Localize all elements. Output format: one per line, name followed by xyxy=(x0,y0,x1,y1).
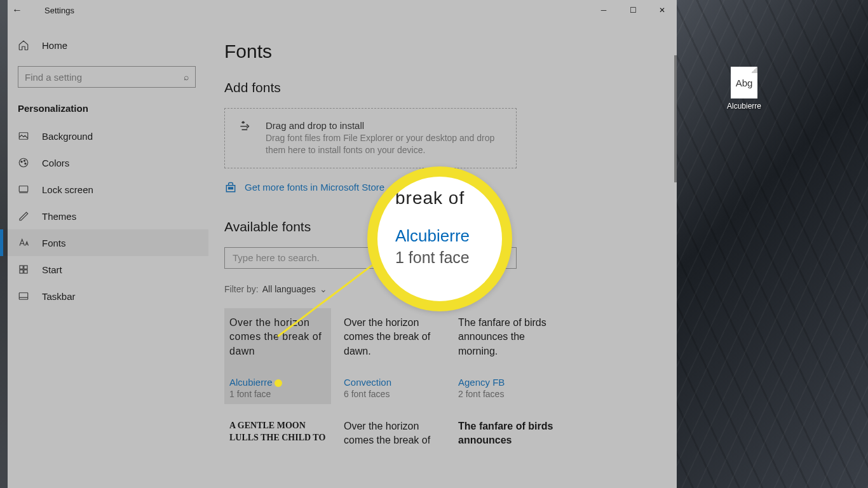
font-grid: Over the horizon comes the break of dawn… xyxy=(224,308,651,485)
font-preview: Over the horizon comes the break of xyxy=(344,419,440,469)
nav-item-colors[interactable]: Colors xyxy=(0,149,208,176)
font-preview: The fanfare of birds announces the morni… xyxy=(458,316,555,365)
circle-font-name: Alcubierre xyxy=(395,226,470,246)
search-icon: ⌕ xyxy=(184,72,189,82)
nav-item-start[interactable]: Start xyxy=(0,256,208,283)
fonts-icon xyxy=(18,237,29,248)
svg-rect-8 xyxy=(20,270,23,273)
nav-label: Taskbar xyxy=(42,291,76,302)
svg-rect-9 xyxy=(24,270,27,273)
maximize-button[interactable]: ☐ xyxy=(618,0,648,20)
start-icon xyxy=(18,264,29,275)
drop-subtitle: Drag font files from File Explorer or yo… xyxy=(266,132,503,156)
window-title: Settings xyxy=(44,6,74,15)
minimize-button[interactable]: ─ xyxy=(589,0,618,20)
taskbar-icon xyxy=(18,290,29,302)
font-name: Agency FB xyxy=(458,377,555,388)
svg-point-4 xyxy=(25,163,26,164)
settings-window: ← Settings ─ ☐ ✕ Home ⌕ Personalization … xyxy=(0,0,677,488)
background-icon xyxy=(18,130,29,142)
nav-label: Start xyxy=(42,264,62,275)
nav-label: Fonts xyxy=(42,238,66,248)
highlight-circle: break of Alcubierre 1 font face xyxy=(367,166,512,311)
add-fonts-heading: Add fonts xyxy=(224,80,651,95)
nav-item-lock[interactable]: Lock screen xyxy=(0,176,208,203)
nav-label: Lock screen xyxy=(42,184,93,195)
font-card[interactable]: A gentle moon lulls the child to xyxy=(224,412,331,485)
font-card[interactable]: Over the horizon comes the break of xyxy=(339,412,445,485)
chevron-down-icon: ⌄ xyxy=(320,284,327,294)
search-input[interactable] xyxy=(25,72,184,83)
svg-point-3 xyxy=(24,160,25,161)
nav-item-background[interactable]: Background xyxy=(0,123,208,149)
font-faces: 2 font faces xyxy=(458,389,555,399)
svg-rect-7 xyxy=(24,266,27,269)
svg-rect-5 xyxy=(19,186,28,192)
font-preview: A gentle moon lulls the child to xyxy=(229,419,326,469)
svg-point-2 xyxy=(21,161,22,162)
store-link[interactable]: Get more fonts in Microsoft Store xyxy=(245,182,384,193)
store-icon xyxy=(224,181,237,194)
back-button[interactable]: ← xyxy=(8,1,27,20)
svg-rect-11 xyxy=(229,187,231,189)
font-preview: Over the horizon comes the break of dawn xyxy=(229,316,326,365)
svg-rect-12 xyxy=(231,187,233,189)
font-card[interactable]: Over the horizon comes the break of dawn… xyxy=(339,308,445,404)
circle-font-faces: 1 font face xyxy=(395,248,470,267)
svg-rect-6 xyxy=(20,266,23,269)
titlebar: ← Settings ─ ☐ ✕ xyxy=(0,0,677,20)
desktop-font-file[interactable]: Abg Alcubierre xyxy=(719,67,770,111)
drop-title: Drag and drop to install xyxy=(266,120,503,131)
file-icon: Abg xyxy=(731,67,757,98)
nav-label: Themes xyxy=(42,211,76,222)
colors-icon xyxy=(18,157,29,168)
home-label: Home xyxy=(42,40,67,51)
nav-item-taskbar[interactable]: Taskbar xyxy=(0,283,208,309)
sidebar: Home ⌕ Personalization BackgroundColorsL… xyxy=(0,20,208,488)
font-card[interactable]: Over the horizon comes the break of dawn… xyxy=(224,308,331,404)
page-title: Fonts xyxy=(224,41,651,62)
close-button[interactable]: ✕ xyxy=(648,0,677,20)
font-card[interactable]: The fanfare of birds announces xyxy=(453,412,560,485)
nav-item-themes[interactable]: Themes xyxy=(0,203,208,229)
font-faces: 1 font face xyxy=(229,389,326,399)
filter-value: All languages xyxy=(262,284,316,294)
home-icon xyxy=(18,39,29,51)
themes-icon xyxy=(18,210,29,222)
lock-icon xyxy=(18,184,29,195)
file-label: Alcubierre xyxy=(719,102,770,111)
nav-item-fonts[interactable]: Fonts xyxy=(0,229,208,256)
svg-rect-10 xyxy=(19,293,28,300)
drop-zone[interactable]: Drag and drop to install Drag font files… xyxy=(224,108,517,168)
section-label: Personalization xyxy=(0,99,208,123)
font-card[interactable]: The fanfare of birds announces the morni… xyxy=(453,308,560,404)
settings-search[interactable]: ⌕ xyxy=(18,66,196,88)
annotation-dot xyxy=(275,379,282,387)
font-preview: Over the horizon comes the break of dawn… xyxy=(344,316,440,365)
font-preview: The fanfare of birds announces xyxy=(458,419,555,469)
svg-point-1 xyxy=(19,158,28,167)
filter-label: Filter by: xyxy=(224,284,259,294)
drop-icon xyxy=(238,120,254,156)
nav-label: Colors xyxy=(42,158,69,168)
font-faces: 6 font faces xyxy=(344,389,440,399)
font-name: Convection xyxy=(344,377,440,388)
circle-preview-text: break of xyxy=(395,188,470,208)
scrollbar[interactable] xyxy=(674,55,677,182)
nav-label: Background xyxy=(42,131,93,142)
home-nav[interactable]: Home xyxy=(0,33,208,57)
